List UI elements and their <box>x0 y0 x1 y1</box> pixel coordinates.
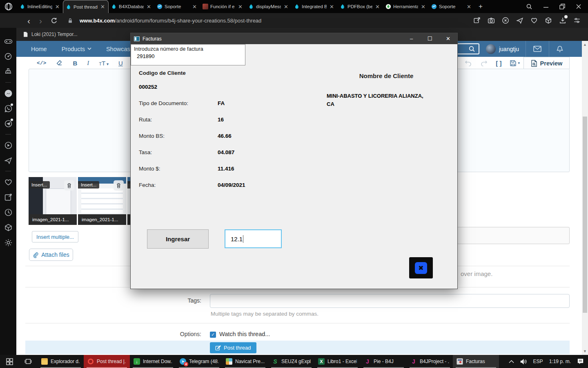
post-thread-button[interactable]: Post thread <box>210 342 256 353</box>
extensions-box-icon[interactable] <box>4 223 13 232</box>
tab-soporte-1[interactable]: Soporte ✕ <box>154 0 200 13</box>
nav-home[interactable]: Home <box>24 41 54 57</box>
window-restore-button[interactable] <box>559 4 565 9</box>
dialog-maximize-button[interactable]: ☐ <box>421 36 439 42</box>
insert-multiple-button[interactable]: Insert multiple... <box>32 231 78 242</box>
dialog-titlebar[interactable]: Facturas – ☐ ✕ <box>131 33 457 44</box>
bookmark-heart-icon[interactable] <box>530 17 538 24</box>
flow-send-icon[interactable] <box>4 156 13 165</box>
delete-attachment-button[interactable] <box>114 180 124 191</box>
tab-funcion-if[interactable]: Función if e ✕ <box>200 0 246 13</box>
forward-button[interactable]: › <box>35 16 47 25</box>
bold-button[interactable]: B <box>73 60 77 67</box>
tab-herramienta[interactable]: Herramienta ✕ <box>383 0 429 13</box>
lock-icon[interactable] <box>67 18 73 24</box>
tab-inlineediting[interactable]: InlineEditing ✕ <box>17 0 63 13</box>
bookmarks-heart-icon[interactable] <box>4 177 13 186</box>
tab-close-icon[interactable]: ✕ <box>54 4 60 10</box>
gamepad-icon[interactable] <box>4 37 13 46</box>
tab-search-icon[interactable] <box>526 3 532 10</box>
tab-close-icon[interactable]: ✕ <box>329 4 335 10</box>
attach-files-button[interactable]: Attach files <box>29 249 73 261</box>
new-tab-button[interactable]: + <box>474 2 487 11</box>
bbcode-brackets-icon[interactable]: [ ] <box>496 60 501 67</box>
remove-format-eraser-icon[interactable] <box>56 60 63 67</box>
italic-button[interactable]: I <box>87 60 89 67</box>
history-clock-icon[interactable] <box>4 208 13 217</box>
opera-logo-icon[interactable] <box>0 2 17 11</box>
delete-attachment-button[interactable] <box>64 180 74 191</box>
taskbar-item-explorer[interactable]: Explorador d... <box>38 355 84 368</box>
amount-input[interactable]: 12.1 <box>225 229 282 248</box>
taskbar-item-navicat[interactable]: Navicat Pre... <box>222 355 268 368</box>
tab-close-icon[interactable]: ✕ <box>146 4 152 10</box>
pinboard-icon[interactable] <box>4 193 13 202</box>
volume-icon[interactable] <box>520 359 527 365</box>
tab-pdfbox[interactable]: PDFBox (bet ✕ <box>337 0 383 13</box>
downloads-button[interactable] <box>559 17 566 24</box>
alerts-bell-icon[interactable] <box>549 41 570 57</box>
taskbar-item-telegram[interactable]: ➤4 Telegram (48... <box>176 355 222 368</box>
ingresar-button[interactable]: Ingresar <box>147 229 209 249</box>
insert-button[interactable]: Insert... <box>78 181 99 188</box>
action-center-icon[interactable] <box>577 358 584 365</box>
taskbar-item-seuz[interactable]: S SEUZ4 gExpl... <box>268 355 314 368</box>
user-menu[interactable]: juangtju <box>479 41 526 57</box>
undo-icon[interactable] <box>465 60 472 66</box>
cleaner-broom-icon[interactable] <box>4 67 13 76</box>
watch-thread-checkbox[interactable]: ✓ <box>210 332 216 338</box>
taskbar-item-b4j-pie[interactable]: J Pie - B4J <box>361 355 407 368</box>
inbox-envelope-icon[interactable] <box>526 41 549 57</box>
start-button[interactable] <box>0 355 19 368</box>
tab-close-icon[interactable]: ✕ <box>466 4 472 10</box>
tab-displaymess[interactable]: displayMess ✕ <box>246 0 292 13</box>
dialog-exit-button[interactable]: ✖ <box>409 257 433 278</box>
settings-sliders-icon[interactable] <box>573 17 581 24</box>
font-size-button[interactable]: TT ▾ <box>99 60 109 67</box>
page-scrollbar[interactable]: ▲ ▼ <box>582 41 588 355</box>
tab-integrated[interactable]: Integrated B ✕ <box>292 0 337 13</box>
tab-close-icon[interactable]: ✕ <box>283 4 289 10</box>
url-text[interactable]: www.b4x.com/android/forum/forums/b4j-sha… <box>80 18 261 24</box>
scrollbar-thumb[interactable] <box>583 117 587 313</box>
tab-soporte-2[interactable]: Soporte ✕ <box>429 0 474 13</box>
redo-icon[interactable] <box>480 60 488 66</box>
preview-button[interactable]: Preview <box>523 57 570 69</box>
nav-products[interactable]: Products <box>54 41 99 57</box>
messenger-icon[interactable] <box>4 89 13 98</box>
window-close-button[interactable] <box>576 4 581 9</box>
tab-b4xdatabase[interactable]: B4XDatabas ✕ <box>109 0 154 13</box>
tray-chevron-up-icon[interactable] <box>509 360 514 364</box>
snapshot-camera-icon[interactable] <box>488 17 495 24</box>
language-indicator[interactable]: ESP <box>533 359 543 364</box>
task-view-button[interactable] <box>19 355 38 368</box>
scroll-up-arrow[interactable]: ▲ <box>582 43 588 47</box>
taskbar-item-b4jproject[interactable]: J B4JProject - ... <box>407 355 453 368</box>
bookmark-item[interactable]: Loki (2021) Tempor... <box>31 31 78 37</box>
reload-button[interactable] <box>51 17 58 24</box>
invoice-number-input[interactable]: Introduzca número de factura 291890 <box>131 44 245 65</box>
window-minimize-button[interactable] <box>543 4 549 9</box>
taskbar-item-opera-active[interactable]: Post thread |... <box>84 355 130 368</box>
taskbar-item-excel[interactable]: X Libro1 - Excel <box>314 355 361 368</box>
taskbar-item-idm[interactable]: ↓ Internet Dow... <box>130 355 176 368</box>
insert-button[interactable]: Insert... <box>29 181 50 188</box>
underline-button[interactable]: U <box>118 60 123 67</box>
share-edit-icon[interactable] <box>473 17 481 24</box>
settings-gear-icon[interactable] <box>4 238 13 247</box>
tab-close-icon[interactable]: ✕ <box>237 4 243 10</box>
tab-close-icon[interactable]: ✕ <box>374 4 381 10</box>
code-view-icon[interactable]: </> <box>37 60 46 66</box>
tab-close-icon[interactable]: ✕ <box>420 4 426 10</box>
tab-close-icon[interactable]: ✕ <box>192 4 198 10</box>
tab-close-icon[interactable]: ✕ <box>100 4 106 10</box>
save-draft-button[interactable]: ▾ <box>510 60 520 67</box>
telegram-icon[interactable] <box>4 119 13 128</box>
dialog-close-button[interactable]: ✕ <box>439 36 457 42</box>
player-icon[interactable] <box>4 141 13 150</box>
extensions-cube-icon[interactable] <box>545 17 552 24</box>
speed-dial-icon[interactable] <box>4 52 13 61</box>
taskbar-item-facturas-active[interactable]: Facturas <box>453 355 499 368</box>
attachment-thumbnail[interactable]: Insert... imagen_2021-1... <box>29 177 77 225</box>
send-to-device-icon[interactable] <box>516 17 523 24</box>
